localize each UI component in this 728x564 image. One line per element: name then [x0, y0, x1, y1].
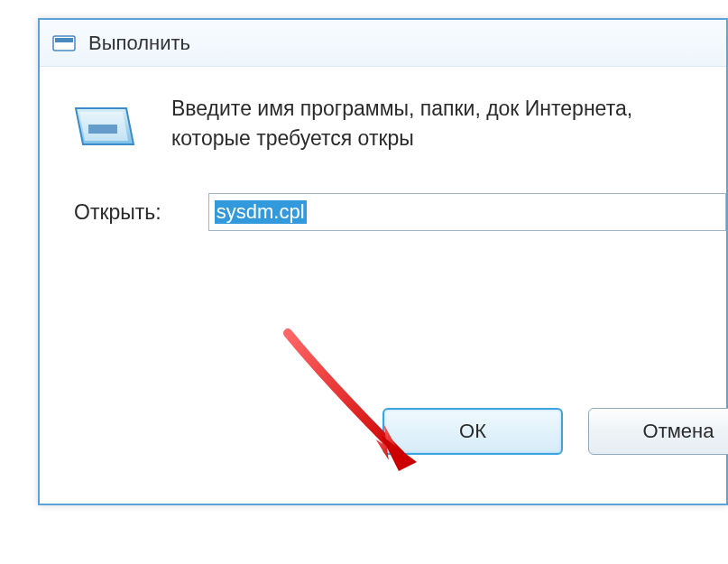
- open-label: Открыть:: [74, 200, 161, 225]
- command-input[interactable]: sysdm.cpl: [208, 193, 726, 231]
- run-large-icon: [72, 101, 137, 155]
- window-title: Выполнить: [88, 32, 190, 55]
- command-input-value: sysdm.cpl: [215, 200, 307, 224]
- instruction-row: Введите имя программы, папки, док Интерн…: [67, 94, 726, 155]
- ok-button[interactable]: ОК: [382, 408, 563, 455]
- svg-rect-2: [88, 125, 117, 134]
- button-row: ОК Отмена: [382, 408, 728, 455]
- cancel-button[interactable]: Отмена: [588, 408, 728, 455]
- instruction-text: Введите имя программы, папки, док Интерн…: [171, 94, 677, 154]
- svg-rect-1: [55, 38, 73, 42]
- input-row: Открыть: sysdm.cpl: [74, 193, 726, 231]
- titlebar[interactable]: Выполнить: [40, 20, 726, 67]
- run-dialog-window: Выполнить Введите имя программы, папк: [38, 18, 728, 505]
- dialog-content: Введите имя программы, папки, док Интерн…: [40, 67, 726, 231]
- run-icon: [52, 34, 76, 52]
